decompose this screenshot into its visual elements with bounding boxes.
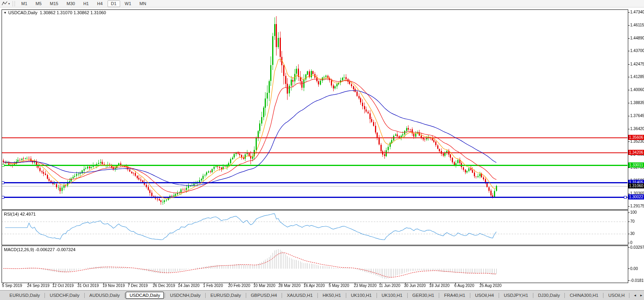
tab-separator bbox=[470, 293, 470, 298]
tab-separator bbox=[499, 293, 499, 298]
price-chart-canvas[interactable] bbox=[0, 0, 644, 300]
chart-tab-xauusd-h1[interactable]: XAUUSD,H1 bbox=[283, 292, 317, 299]
tab-separator bbox=[564, 293, 565, 298]
tab-separator bbox=[282, 293, 282, 298]
mt4-terminal: ▾ M1M5M15M30H1H4D1W1MN ▼USDCAD,Daily 1.3… bbox=[0, 0, 644, 300]
tab-list: EURUSD,DailyUSDCHF,DailyAUDUSD,DailyUSDC… bbox=[6, 292, 631, 299]
tab-scroll-controls: ◄ ► bbox=[625, 291, 643, 300]
chart-tab-eurusd-daily[interactable]: EURUSD,Daily bbox=[6, 292, 44, 299]
scroll-right-icon[interactable]: ► bbox=[640, 294, 643, 297]
chart-tab-usdchf-daily[interactable]: USDCHF,Daily bbox=[46, 292, 83, 299]
tab-separator bbox=[165, 293, 165, 298]
tab-separator bbox=[246, 293, 246, 298]
scroll-left-icon[interactable]: ◄ bbox=[633, 294, 637, 297]
tab-separator bbox=[377, 293, 377, 298]
tab-separator bbox=[205, 293, 206, 298]
tab-separator bbox=[439, 293, 439, 298]
tab-separator bbox=[346, 293, 346, 298]
ohlc-values: 1.30862 1.31070 1.30862 1.31060 bbox=[40, 10, 106, 15]
chart-tab-usdcnh-daily[interactable]: USDCNH,Daily bbox=[166, 292, 204, 299]
chart-tab-china300-h1[interactable]: CHINA300,H1 bbox=[566, 292, 602, 299]
rsi-indicator-label: RSI(14) 42.4971 bbox=[4, 212, 36, 216]
chart-tab-usdjpy-h1[interactable]: USDJPY,H1 bbox=[500, 292, 532, 299]
tab-separator bbox=[533, 293, 533, 298]
chart-tab-audusd-daily[interactable]: AUDUSD,Daily bbox=[85, 292, 124, 299]
collapse-triangle-icon[interactable]: ▼ bbox=[4, 11, 7, 15]
chart-tab-gbpusd-h4[interactable]: GBPUSD,H4 bbox=[247, 292, 281, 299]
symbol-label: USDCAD,Daily bbox=[8, 10, 37, 15]
chart-tab-uk100-h1[interactable]: UK100,H1 bbox=[347, 292, 376, 299]
chart-tab-hk50-h1[interactable]: HK50,H1 bbox=[319, 292, 345, 299]
tab-separator bbox=[124, 293, 125, 298]
tab-separator bbox=[45, 293, 45, 298]
chart-tab-fra40-h1[interactable]: FRA40,H1 bbox=[440, 292, 469, 299]
tab-separator bbox=[317, 293, 318, 298]
chart-tab-usdcad-daily[interactable]: USDCAD,Daily bbox=[126, 292, 164, 299]
chart-tab-dj30-daily[interactable]: DJ30,Daily bbox=[534, 292, 564, 299]
tab-separator bbox=[603, 293, 603, 298]
chart-tab-uk100-h1[interactable]: UK100,H1 bbox=[378, 292, 406, 299]
chart-tab-bar: EURUSD,DailyUSDCHF,DailyAUDUSD,DailyUSDC… bbox=[0, 290, 644, 300]
chart-tab-usoil-h4[interactable]: USOil,H4 bbox=[471, 292, 498, 299]
tab-separator bbox=[629, 293, 629, 298]
tab-separator bbox=[407, 293, 408, 298]
chart-tab-ger30-h1[interactable]: GER30,H1 bbox=[408, 292, 438, 299]
chart-title: ▼USDCAD,Daily 1.30862 1.31070 1.30862 1.… bbox=[4, 10, 106, 15]
chart-tab-eurusd-daily[interactable]: EURUSD,Daily bbox=[206, 292, 245, 299]
tab-separator bbox=[84, 293, 85, 298]
macd-indicator-label: MACD(12,26,9) -0.006227 -0.007324 bbox=[4, 247, 76, 252]
